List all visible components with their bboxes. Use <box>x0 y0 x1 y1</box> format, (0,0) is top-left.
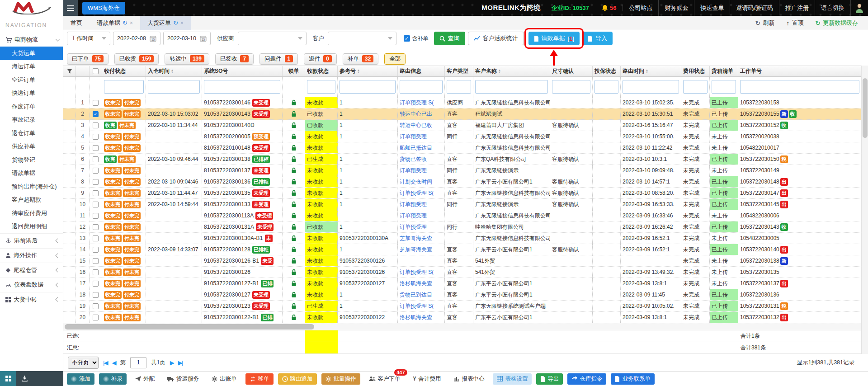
sidebar-item-请款单据[interactable]: 请款单据 <box>0 167 63 180</box>
column-filter-input-货箱清单[interactable] <box>712 80 736 94</box>
sidebar-group-港前港后[interactable]: 港前港后 <box>0 233 63 248</box>
column-filter-input-收付状态[interactable] <box>104 80 144 94</box>
topmenu-item-邀请码/验证码[interactable]: 邀请码/验证码 <box>730 0 779 16</box>
route-info-link[interactable]: 货物已到达目 <box>400 291 432 299</box>
column-filter-input-参考号[interactable] <box>340 80 396 94</box>
notification-area[interactable]: 56 <box>595 5 623 11</box>
first-page-button[interactable]: |◀ <box>103 359 107 366</box>
bottom-button-仓库指令[interactable]: 仓库指令 <box>567 373 606 385</box>
column-filter-funnel[interactable] <box>63 66 76 76</box>
column-header-尺寸确认[interactable]: 尺寸确认 <box>550 66 593 76</box>
sidebar-item-大货运单[interactable]: 大货运单 <box>0 47 63 60</box>
sidebar-item-待审应付费用[interactable]: 待审应付费用 <box>0 207 63 220</box>
row-checkbox[interactable] <box>93 202 99 207</box>
table-row[interactable]: 12收未完付未完810537220300131A未受理已收款1订单预受理同行哇哈… <box>63 221 861 233</box>
column-filter-input-费用状态[interactable] <box>683 80 708 94</box>
tab-请款单据[interactable]: 请款单据↻× <box>90 16 140 30</box>
row-checkbox[interactable] <box>93 190 99 196</box>
sidebar-item-预约出库(海外仓)[interactable]: 预约出库(海外仓) <box>0 180 63 193</box>
prev-page-button[interactable]: ◀ <box>112 359 115 366</box>
row-checkbox[interactable] <box>93 292 99 298</box>
column-filter-input-收款状态[interactable] <box>307 80 335 94</box>
time-type-select[interactable]: 工作时间 <box>67 32 110 45</box>
vertical-scrollbar[interactable] <box>861 66 868 354</box>
column-header-工作单号[interactable]: 工作单号 <box>738 66 861 76</box>
sidebar-group-大货中转[interactable]: 大货中转 <box>0 292 63 307</box>
route-info-link[interactable]: 芝加哥海关查 <box>400 246 432 254</box>
sidebar-item-空运订单[interactable]: 空运订单 <box>0 73 63 87</box>
column-header-系统SO号[interactable]: 系统SO号 <box>202 66 283 76</box>
topmenu-item-快速查单[interactable]: 快速查单 <box>694 0 730 16</box>
column-filter-input-入仓时间[interactable] <box>148 80 200 94</box>
customer-select[interactable] <box>328 32 396 45</box>
row-checkbox[interactable] <box>93 145 99 151</box>
status-filter-转运中[interactable]: 转运中139 <box>165 53 209 65</box>
bottom-button-补录[interactable]: 补录 <box>99 373 127 385</box>
row-checkbox[interactable] <box>93 281 99 287</box>
route-info-link[interactable]: 订单预受理 <box>400 133 427 141</box>
bottom-button-移单[interactable]: 移单 <box>245 373 274 385</box>
bottom-button-路由追加[interactable]: 路由追加 <box>278 373 317 385</box>
tab-close-icon[interactable]: × <box>130 20 133 26</box>
download-shortcut-icon[interactable] <box>16 371 33 386</box>
row-checkbox[interactable] <box>93 224 99 230</box>
column-header-投保状态[interactable]: 投保状态 <box>593 66 621 76</box>
sidebar-item-作废订单[interactable]: 作废订单 <box>0 100 63 113</box>
route-info-link[interactable]: 订单预受理 <box>400 223 427 231</box>
row-checkbox[interactable] <box>93 179 99 185</box>
user-avatar[interactable] <box>851 3 868 13</box>
table-row[interactable]: 14收未完付未完2022-03-09 14:33:079105372203001… <box>63 244 861 255</box>
column-header-收付状态[interactable]: 收付状态 <box>102 66 146 76</box>
route-info-link[interactable]: 订单预受理 S( <box>400 99 434 107</box>
update-cache-button[interactable]: ↻ 更新数据缓存 <box>815 19 858 27</box>
search-button[interactable]: 查询 <box>434 32 465 45</box>
status-filter-全部[interactable]: 全部 <box>384 53 406 65</box>
table-row[interactable]: 3收完付未完2022-03-10 11:34:44910537220300140… <box>63 120 861 131</box>
table-row[interactable]: 13收未完付未完910537220300130A-B1未未收款910537220… <box>63 233 861 244</box>
topmenu-item-公司站点[interactable]: 公司站点 <box>623 0 659 16</box>
status-filter-已下单[interactable]: 已下单75 <box>67 53 108 65</box>
sidebar-item-退回费用明细[interactable]: 退回费用明细 <box>0 220 63 234</box>
route-info-link[interactable]: 订单预受理 S( <box>400 302 434 310</box>
bottom-button-外配[interactable]: 外配 <box>131 373 159 385</box>
column-filter-input-路由时间[interactable] <box>623 80 679 94</box>
sort-icon[interactable]: ▲▼ <box>498 69 501 74</box>
route-info-link[interactable]: 订单预受理 S( <box>400 189 434 197</box>
column-filter-input-客户名称[interactable] <box>475 80 548 94</box>
column-header-收款状态[interactable]: 收款状态 <box>305 66 338 76</box>
table-row[interactable]: 9收未完付未完2022-03-10 11:44:4791053722030013… <box>63 188 861 199</box>
vertical-scrollbar-thumb[interactable] <box>863 78 868 138</box>
sort-icon[interactable]: ▲▼ <box>646 69 648 74</box>
page-size-select[interactable]: 不分页 <box>68 357 99 369</box>
route-info-link[interactable]: 洛杉矶海关查 <box>400 314 432 321</box>
tab-大货运单[interactable]: 大货运单↻× <box>140 16 191 30</box>
row-checkbox[interactable] <box>93 100 99 106</box>
bottom-button-客户下单[interactable]: 客户下单447 <box>365 373 405 385</box>
sidebar-item-事故记录[interactable]: 事故记录 <box>0 113 63 127</box>
table-row[interactable]: 16收未完付未完910537220300126未收款91053722030012… <box>63 267 861 278</box>
app-switch-button[interactable]: WMS海外仓 <box>82 2 125 14</box>
status-filter-已签收[interactable]: 已签收7 <box>215 53 254 65</box>
column-filter-input-尺寸确认[interactable] <box>552 80 590 94</box>
route-info-link[interactable]: 计划交仓时间 <box>400 178 432 186</box>
route-info-link[interactable]: 订单预受理 S( <box>400 268 434 276</box>
route-info-link[interactable]: 订单预受理 <box>400 201 427 208</box>
sidebar-item-快递订单[interactable]: 快递订单 <box>0 87 63 100</box>
sidebar-item-退仓订单[interactable]: 退仓订单 <box>0 127 63 140</box>
sidebar-group-尾程仓管[interactable]: 尾程仓管 <box>0 263 63 278</box>
horizontal-scrollbar-thumb[interactable] <box>65 324 314 330</box>
table-row[interactable]: 19收未完付未完910537220300123未受理已生成1订单预受理 S(直客… <box>63 301 861 312</box>
status-filter-已收货[interactable]: 已收货159 <box>114 53 159 65</box>
pin-top-button[interactable]: ↑ 置顶 <box>786 19 803 27</box>
table-row[interactable]: 18收未完付未完910537220300127未受理未收款1货物已到达目直客广东… <box>63 289 861 301</box>
sidebar-item-供应补单[interactable]: 供应补单 <box>0 140 63 154</box>
status-filter-补单[interactable]: 补单32 <box>343 53 378 65</box>
column-header-入仓时间[interactable]: 入仓时间▲▼ <box>146 66 202 76</box>
include-supplement-checkbox[interactable]: ✓ 含补单 <box>404 35 429 42</box>
row-checkbox[interactable] <box>93 122 99 128</box>
bottom-button-批量操作[interactable]: 批量操作 <box>321 373 360 385</box>
column-header-路由时间[interactable]: 路由时间▲▼ <box>621 66 681 76</box>
last-page-button[interactable]: ▶| <box>178 359 182 366</box>
column-header-客户名称[interactable]: 客户名称▲▼ <box>473 66 550 76</box>
sidebar-item-货物登记[interactable]: 货物登记 <box>0 153 63 167</box>
